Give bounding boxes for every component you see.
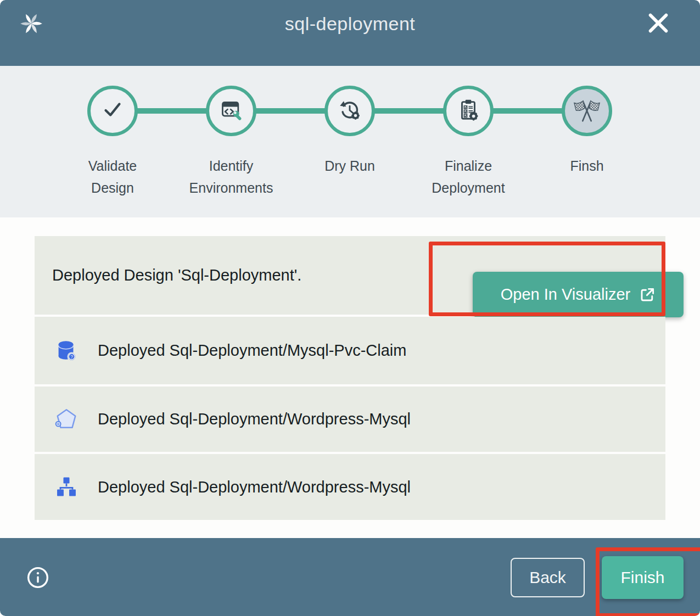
step-label: Identify Environments — [182, 155, 281, 199]
external-link-icon — [639, 287, 656, 303]
modal-footer: Back Finish — [0, 538, 700, 616]
deployment-results: Deployed Design 'Sql-Deployment'. Open I… — [0, 217, 700, 538]
info-icon[interactable] — [26, 566, 49, 589]
modal-header: sql-deployment — [0, 0, 700, 66]
pod-pentagon-icon — [54, 407, 79, 432]
deployed-resource-text: Deployed Sql-Deployment/Mysql-Pvc-Claim — [98, 341, 406, 360]
code-tools-icon — [219, 98, 243, 124]
hierarchy-icon — [54, 474, 79, 500]
step-circle-finish — [562, 86, 612, 136]
deployed-resource-text: Deployed Sql-Deployment/Wordpress-Mysql — [98, 410, 411, 428]
step-identify-environments: Identify Environments — [182, 66, 281, 199]
step-circle-finalize — [443, 86, 494, 136]
modal-title: sql-deployment — [0, 0, 700, 66]
step-circle-validate — [87, 86, 138, 136]
checkered-flags-icon — [572, 95, 602, 127]
step-circle-dry-run — [324, 86, 375, 136]
database-icon: ? — [54, 338, 79, 363]
step-finalize-deployment: Finalize Deployment — [419, 66, 518, 199]
deployed-resource-row: ? Deployed Sql-Deployment/Mysql-Pvc-Clai… — [35, 317, 665, 384]
step-validate-design: Validate Design — [63, 66, 162, 199]
step-dry-run: Dry Run — [300, 66, 399, 177]
step-label: Dry Run — [300, 155, 399, 177]
step-circle-identify — [206, 86, 256, 136]
deployed-resource-row: Deployed Sql-Deployment/Wordpress-Mysql — [35, 454, 665, 520]
deployment-modal: sql-deployment Validate Design — [0, 0, 700, 616]
step-label: Validate Design — [63, 155, 162, 199]
checklist-gear-icon — [456, 97, 481, 125]
deployment-stepper: Validate Design — [0, 66, 700, 217]
history-gear-icon — [337, 97, 362, 125]
step-label: Finalize Deployment — [419, 155, 518, 199]
back-button[interactable]: Back — [511, 558, 585, 597]
svg-text:?: ? — [70, 354, 73, 359]
summary-row: Deployed Design 'Sql-Deployment'. Open I… — [35, 236, 665, 315]
step-label: Finsh — [537, 155, 636, 177]
deployed-resource-row: Deployed Sql-Deployment/Wordpress-Mysql — [35, 387, 665, 452]
open-in-visualizer-button[interactable]: Open In Visualizer — [473, 272, 684, 317]
summary-text: Deployed Design 'Sql-Deployment'. — [52, 266, 301, 284]
step-finish: Finsh — [537, 66, 636, 177]
close-icon[interactable] — [645, 10, 671, 36]
deployed-resource-text: Deployed Sql-Deployment/Wordpress-Mysql — [98, 478, 411, 496]
check-icon — [100, 97, 125, 125]
finish-button[interactable]: Finish — [602, 556, 684, 599]
